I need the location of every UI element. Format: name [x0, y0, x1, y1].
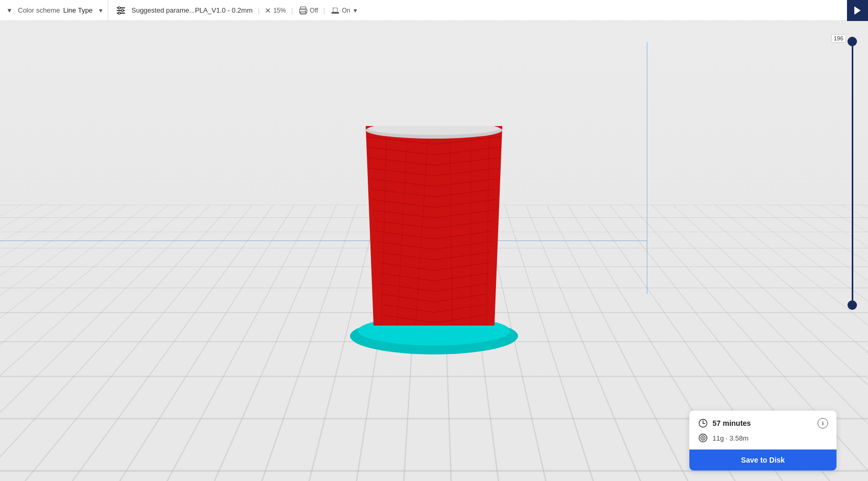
cross-icon: ✕: [265, 6, 271, 15]
line-type-chevron[interactable]: ▼: [98, 7, 104, 14]
filament-weight: 11g · 3.58m: [712, 434, 749, 442]
adhesion-label: On: [342, 7, 350, 14]
toolbar-center-section: Suggested parame...PLA_V1.0 - 0.2mm | ✕ …: [108, 4, 847, 17]
slider-top-value: 196: [831, 34, 846, 43]
corner-line-vertical: [647, 42, 647, 294]
slider-thumb-top[interactable]: [848, 37, 857, 46]
filament-icon: [698, 433, 708, 443]
action-icon: [852, 5, 863, 16]
time-icon: [698, 418, 708, 428]
svg-point-4: [121, 9, 123, 12]
support-info: Off: [298, 6, 318, 15]
adhesion-icon: [330, 6, 340, 15]
print-info-card: 57 minutes i 11g · 3.58m Save to Disk: [689, 411, 836, 470]
infill-info: ✕ 15%: [265, 6, 286, 15]
svg-point-3: [118, 7, 120, 9]
toolbar-back-chevron[interactable]: ▼: [4, 5, 15, 16]
slider-track: [852, 37, 853, 310]
printer-icon: [298, 6, 308, 15]
support-label: Off: [310, 7, 318, 14]
color-scheme-label: Color scheme: [18, 6, 60, 14]
layer-slider[interactable]: 196: [847, 37, 857, 310]
corner-line-horizontal: [0, 240, 647, 241]
print-time-value: 57 minutes: [712, 419, 751, 427]
params-divider-1: |: [258, 6, 260, 14]
time-left: 57 minutes: [698, 418, 751, 428]
suggested-params-section[interactable]: Suggested parame...PLA_V1.0 - 0.2mm | ✕ …: [115, 4, 358, 17]
line-type-value: Line Type: [63, 6, 92, 14]
svg-rect-11: [333, 8, 337, 12]
toolbar-right-action[interactable]: [847, 0, 868, 21]
save-to-disk-button[interactable]: Save to Disk: [689, 449, 836, 470]
info-details-button[interactable]: i: [818, 418, 828, 428]
svg-point-9: [305, 11, 306, 12]
filament-row: 11g · 3.58m: [698, 433, 828, 443]
3d-cup-model: [339, 126, 529, 362]
adhesion-chevron[interactable]: ▼: [353, 7, 358, 14]
infill-percent: 15%: [273, 7, 286, 14]
3d-viewport[interactable]: 196 57 minutes i: [0, 21, 868, 481]
suggested-params-text: Suggested parame...PLA_V1.0 - 0.2mm: [131, 6, 253, 14]
toolbar-left-section: ▼ Color scheme Line Type ▼: [0, 0, 108, 20]
params-divider-2: |: [291, 6, 293, 14]
toolbar: ▼ Color scheme Line Type ▼ Suggested par…: [0, 0, 868, 21]
adhesion-info: On ▼: [330, 6, 358, 15]
svg-marker-12: [854, 6, 861, 15]
time-row: 57 minutes i: [698, 418, 828, 428]
svg-point-30: [702, 437, 704, 439]
slider-thumb-bottom[interactable]: [848, 300, 857, 310]
svg-marker-16: [366, 126, 502, 326]
svg-point-5: [118, 12, 120, 14]
line-type-dropdown[interactable]: Line Type: [63, 6, 92, 14]
params-divider-3: |: [323, 6, 325, 14]
params-settings-icon: [115, 4, 127, 17]
